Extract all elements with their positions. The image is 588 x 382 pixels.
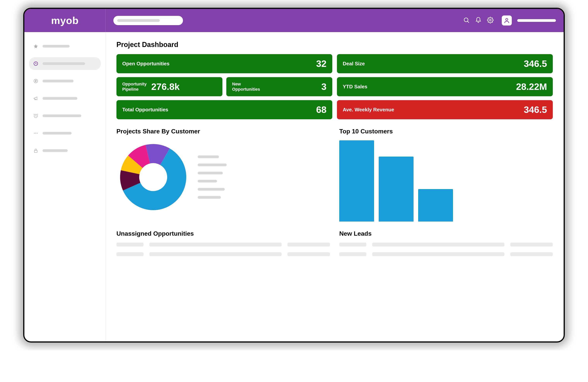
kpi-value: 276.8k <box>151 81 180 92</box>
sidebar-item-more[interactable] <box>29 127 101 140</box>
list-cell <box>287 243 330 246</box>
kpi-new-opportunities: NewOpportunities 3 <box>226 77 332 96</box>
svg-point-8 <box>35 133 36 134</box>
list-cell <box>149 243 282 246</box>
legend-item <box>198 163 227 166</box>
svg-point-7 <box>34 133 35 134</box>
unassigned-opportunities-section: Unassigned Opportunities <box>116 230 330 256</box>
section-title: New Leads <box>339 230 553 237</box>
list-cell <box>510 252 553 256</box>
section-title: Unassigned Opportunities <box>116 230 330 237</box>
kpi-label: Total Opportunities <box>122 107 168 113</box>
sidebar-item-label <box>42 45 70 48</box>
list-cell <box>372 243 504 246</box>
section-title: Projects Share By Customer <box>116 128 330 135</box>
megaphone-icon <box>33 96 39 101</box>
new-leads-section: New Leads <box>339 230 553 256</box>
kpi-deal-size: Deal Size 346.5 <box>337 54 553 73</box>
sidebar-item-label <box>42 132 72 135</box>
list-cell <box>339 252 366 256</box>
kpi-grid: Open Opportunities 32 OpportunityPipelin… <box>116 54 553 119</box>
sidebar-item-time[interactable] <box>29 57 101 70</box>
search-placeholder <box>117 19 160 22</box>
page-title: Project Dashboard <box>116 40 553 49</box>
legend-item <box>198 180 217 182</box>
body: Project Dashboard Open Opportunities 32 … <box>24 32 564 342</box>
bar-1 <box>339 140 374 221</box>
dollar-icon <box>33 78 39 84</box>
svg-point-2 <box>490 19 491 21</box>
svg-point-16 <box>139 163 167 191</box>
donut-chart <box>116 140 190 214</box>
kpi-value: 346.5 <box>524 104 547 115</box>
kpi-value: 3 <box>321 81 327 92</box>
projects-share-section: Projects Share By Customer <box>116 128 330 221</box>
list-cell <box>510 243 553 246</box>
lists-row: Unassigned Opportunities <box>116 230 553 256</box>
sidebar-item-label <box>42 114 81 117</box>
kpi-ytd-sales: YTD Sales 28.22M <box>337 77 553 96</box>
kpi-label: NewOpportunities <box>232 81 260 92</box>
more-icon <box>33 130 39 136</box>
list-row <box>339 252 553 256</box>
clock-icon <box>33 61 39 66</box>
list-row <box>339 243 553 246</box>
gear-icon[interactable] <box>487 17 494 24</box>
kpi-value: 32 <box>316 58 327 69</box>
kpi-opportunity-pipeline: OpportunityPipeline 276.8k <box>116 77 222 96</box>
device-frame: myob <box>23 8 565 342</box>
kpi-label: Ave. Weekly Revenue <box>343 107 394 113</box>
main-content: Project Dashboard Open Opportunities 32 … <box>105 32 564 342</box>
sidebar-item-reminders[interactable] <box>29 109 101 122</box>
list-cell <box>287 252 330 256</box>
list-row <box>116 252 330 256</box>
svg-point-9 <box>37 133 38 134</box>
topbar-actions <box>463 16 556 25</box>
sidebar-item-favorites[interactable] <box>29 40 101 53</box>
kpi-value: 28.22M <box>516 81 547 92</box>
svg-point-3 <box>506 18 508 20</box>
kpi-label: OpportunityPipeline <box>122 81 147 92</box>
avatar[interactable] <box>502 16 512 25</box>
legend-item <box>198 188 225 191</box>
list-cell <box>149 252 282 256</box>
brand-logo: myob <box>51 15 79 26</box>
user-name-placeholder <box>517 19 556 22</box>
kpi-ave-weekly-revenue: Ave. Weekly Revenue 346.5 <box>337 100 553 119</box>
section-title: Top 10 Customers <box>339 128 553 135</box>
alarm-icon <box>33 113 39 119</box>
search-input[interactable] <box>113 16 183 25</box>
kpi-label: Deal Size <box>343 61 365 67</box>
sidebar <box>24 32 105 342</box>
kpi-value: 68 <box>316 104 327 115</box>
kpi-value: 346.5 <box>524 58 547 69</box>
sidebar-item-campaigns[interactable] <box>29 92 101 105</box>
bar-2 <box>379 157 414 221</box>
legend-item <box>198 172 223 174</box>
sidebar-item-label <box>42 97 77 100</box>
legend-item <box>198 196 221 199</box>
legend-item <box>198 155 219 158</box>
sidebar-item-security[interactable] <box>29 144 101 157</box>
list-cell <box>116 243 144 246</box>
donut-legend <box>198 155 227 199</box>
list-cell <box>116 252 144 256</box>
svg-rect-10 <box>34 150 37 153</box>
sidebar-item-label <box>42 62 85 65</box>
bell-icon[interactable] <box>475 17 482 24</box>
list-cell <box>339 243 366 246</box>
bar-3 <box>418 189 453 221</box>
list-cell <box>372 252 504 256</box>
sidebar-item-label <box>42 149 68 152</box>
star-icon <box>33 43 39 49</box>
sidebar-item-finance[interactable] <box>29 75 101 87</box>
kpi-open-opportunities: Open Opportunities 32 <box>116 54 332 73</box>
logo-cell: myob <box>24 9 105 32</box>
charts-row: Projects Share By Customer <box>116 128 553 221</box>
topbar: myob <box>24 9 564 32</box>
kpi-label: YTD Sales <box>343 84 367 90</box>
lock-icon <box>33 148 39 154</box>
kpi-label: Open Opportunities <box>122 61 169 67</box>
list-row <box>116 243 330 246</box>
search-icon[interactable] <box>463 17 470 24</box>
